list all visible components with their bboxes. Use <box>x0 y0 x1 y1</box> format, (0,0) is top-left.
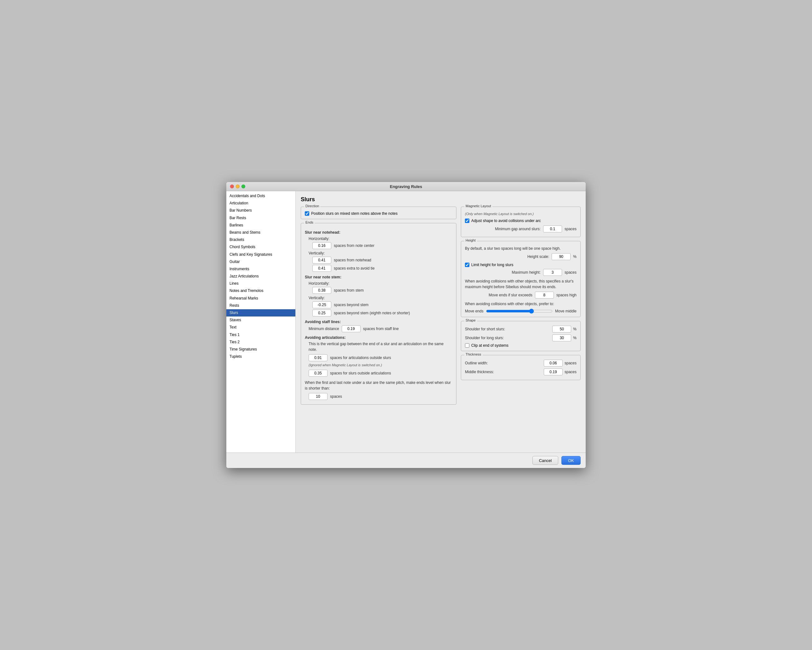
ends-content: Slur near notehead: Horizontally: 0.16 s… <box>301 223 456 404</box>
stem-horizontally-row: 0.38 spaces from stem <box>312 287 452 294</box>
shoulder-long-label: Shoulder for long slurs: <box>465 336 504 340</box>
stem-horizontally-input[interactable]: 0.38 <box>312 287 331 294</box>
direction-checkbox-text: Position slurs on mixed stem notes above… <box>311 211 397 216</box>
height-group: Height By default, a slur two spaces lon… <box>461 241 581 317</box>
same-pitch-input[interactable]: 10 <box>308 393 328 400</box>
sidebar-item-articulation[interactable]: Articulation <box>226 199 295 207</box>
articulations-outside-input[interactable]: 0.91 <box>308 354 328 361</box>
sidebar-item-ties-1[interactable]: Ties 1 <box>226 331 295 338</box>
outline-unit: spaces <box>565 361 577 365</box>
sidebar-item-clefs-and-key-signatures[interactable]: Clefs and Key Signatures <box>226 251 295 258</box>
slur-near-notehead-label: Slur near notehead: <box>305 230 452 234</box>
limit-height-text: Limit height for long slurs <box>471 263 513 267</box>
ok-button[interactable]: OK <box>562 456 581 465</box>
sidebar-item-chord-symbols[interactable]: Chord Symbols <box>226 244 295 251</box>
sidebar-item-barlines[interactable]: Barlines <box>226 222 295 229</box>
magnetic-layout-group: Magnetic Layout (Only when Magnetic Layo… <box>461 207 581 237</box>
direction-checkbox-label[interactable]: Position slurs on mixed stem notes above… <box>305 211 452 216</box>
avoiding-staff-lines-label: Avoiding staff lines: <box>305 320 452 324</box>
cancel-button[interactable]: Cancel <box>533 456 558 465</box>
sidebar-item-jazz-articulations[interactable]: Jazz Articulations <box>226 273 295 280</box>
direction-content: Position slurs on mixed stem notes above… <box>301 207 456 219</box>
shoulder-long-input[interactable]: 30 <box>552 335 571 341</box>
sidebar-item-text[interactable]: Text <box>226 324 295 331</box>
magnetic-checkbox-text: Adjust shape to avoid collisions under a… <box>471 219 541 223</box>
stem-vertically-input2[interactable]: 0.25 <box>312 310 331 317</box>
sidebar-item-instruments[interactable]: Instruments <box>226 265 295 273</box>
sidebar-item-tuplets[interactable]: Tuplets <box>226 353 295 360</box>
collision-desc1: When avoiding collisions with other obje… <box>465 279 577 290</box>
sidebar-item-accidentals-and-dots[interactable]: Accidentals and Dots <box>226 192 295 199</box>
clip-checkbox[interactable] <box>465 343 469 348</box>
min-gap-input[interactable]: 0.1 <box>543 225 562 233</box>
close-button[interactable] <box>230 184 234 188</box>
sidebar-item-bar-numbers[interactable]: Bar Numbers <box>226 207 295 214</box>
middle-input[interactable]: 0.19 <box>544 368 563 375</box>
limit-height-checkbox-label[interactable]: Limit height for long slurs <box>465 263 577 267</box>
shoulder-long-unit: % <box>573 336 577 340</box>
sidebar-item-guitar[interactable]: Guitar <box>226 258 295 265</box>
move-slider[interactable] <box>486 309 553 314</box>
sidebar-item-beams-and-stems[interactable]: Beams and Stems <box>226 229 295 236</box>
nh-vertically-input2[interactable]: 0.41 <box>312 265 331 272</box>
min-gap-label: Minimum gap around slurs: <box>495 227 540 231</box>
limit-height-checkbox[interactable] <box>465 263 469 267</box>
nh-vertically-row1: 0.41 spaces from notehead <box>312 257 452 263</box>
sidebar-item-rests[interactable]: Rests <box>226 302 295 309</box>
nh-vertically-desc1: spaces from notehead <box>334 258 371 262</box>
sidebar-item-notes-and-tremolos[interactable]: Notes and Tremolos <box>226 287 295 294</box>
max-height-input[interactable]: 3 <box>543 269 562 276</box>
sidebar-item-ties-2[interactable]: Ties 2 <box>226 338 295 346</box>
titlebar: Engraving Rules <box>226 182 586 191</box>
avoiding-articulations-label: Avoiding articulations: <box>305 335 452 340</box>
sidebar-item-lines[interactable]: Lines <box>226 280 295 287</box>
minimize-button[interactable] <box>236 184 240 188</box>
stem-vertically-row1: -0.25 spaces beyond stem <box>312 301 452 308</box>
shape-content: Shoulder for short slurs: 50 % Shoulder … <box>461 321 580 351</box>
sidebar-item-rehearsal-marks[interactable]: Rehearsal Marks <box>226 295 295 302</box>
outline-input[interactable]: 0.06 <box>544 360 563 367</box>
collision-desc2: When avoiding collisions with other obje… <box>465 301 577 307</box>
slur-near-stem-label: Slur near note stem: <box>305 275 452 279</box>
maximize-button[interactable] <box>241 184 245 188</box>
shape-group: Shape Shoulder for short slurs: 50 % Sho <box>461 321 581 351</box>
move-ends-input[interactable]: 8 <box>535 292 554 298</box>
nh-horizontally-input[interactable]: 0.16 <box>312 242 331 249</box>
shoulder-short-row: Shoulder for short slurs: 50 % <box>465 326 577 333</box>
outline-row: Outline width: 0.06 spaces <box>465 360 577 367</box>
magnetic-note: (Only when Magnetic Layout is switched o… <box>465 211 577 217</box>
stem-vertically-input1[interactable]: -0.25 <box>312 301 331 308</box>
direction-checkbox[interactable] <box>305 211 309 216</box>
stem-vertically-row2: 0.25 spaces beyond stem (eighth notes or… <box>312 310 452 317</box>
sidebar-item-slurs[interactable]: Slurs <box>226 309 295 317</box>
slurs-outside-desc: spaces for slurs outside articulations <box>330 371 391 375</box>
shoulder-short-input[interactable]: 50 <box>552 326 571 333</box>
window: Engraving Rules Accidentals and DotsArti… <box>226 182 586 468</box>
stem-vertically-desc2: spaces beyond stem (eighth notes or shor… <box>334 311 410 315</box>
height-content: By default, a slur two spaces long will … <box>461 241 580 317</box>
sidebar-item-brackets[interactable]: Brackets <box>226 236 295 244</box>
sidebar-item-bar-rests[interactable]: Bar Rests <box>226 215 295 222</box>
ignored-note: (Ignored when Magnetic Layout is switche… <box>308 362 452 368</box>
slurs-outside-input[interactable]: 0.35 <box>308 370 328 377</box>
magnetic-adjust-checkbox[interactable] <box>465 219 469 223</box>
clip-checkbox-label[interactable]: Clip at end of systems <box>465 343 577 348</box>
ends-group: Ends Slur near notehead: Horizontally: 0… <box>301 223 456 405</box>
nh-horizontally-desc: spaces from note center <box>334 244 374 248</box>
nh-vertically-row2: 0.41 spaces extra to avoid tie <box>312 265 452 272</box>
sidebar-item-staves[interactable]: Staves <box>226 317 295 324</box>
magnetic-checkbox-label[interactable]: Adjust shape to avoid collisions under a… <box>465 219 577 223</box>
sidebar-item-time-signatures[interactable]: Time Signatures <box>226 346 295 353</box>
max-height-label: Maximum height: <box>512 270 540 275</box>
height-scale-input[interactable]: 90 <box>552 253 571 260</box>
slider-left-label: Move ends <box>465 309 484 314</box>
ends-group-title: Ends <box>304 221 314 224</box>
shoulder-short-unit: % <box>573 327 577 331</box>
slurs-outside-row: 0.35 spaces for slurs outside articulati… <box>308 370 452 377</box>
min-distance-input[interactable]: 0.19 <box>342 325 360 332</box>
stem-vertically-label: Vertically: <box>308 296 452 300</box>
content-area: Accidentals and DotsArticulationBar Numb… <box>226 191 586 452</box>
nh-vertically-input1[interactable]: 0.41 <box>312 257 331 263</box>
nh-horizontally-label: Horizontally: <box>308 236 452 241</box>
stem-horizontally-desc: spaces from stem <box>334 288 364 292</box>
